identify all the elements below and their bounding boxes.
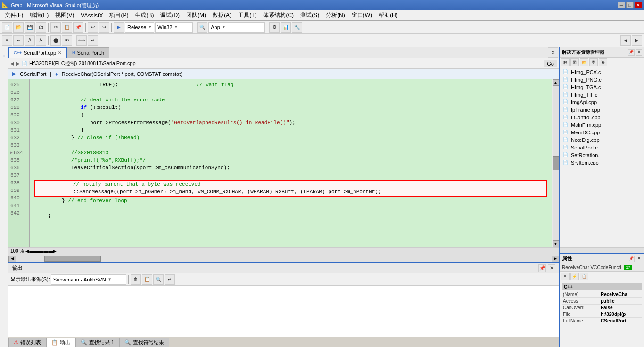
menu-project[interactable]: 项目(P): [107, 10, 131, 20]
scroll-right-button[interactable]: ▶: [552, 256, 559, 262]
find-in-output[interactable]: 🔍: [153, 274, 164, 285]
menu-file[interactable]: 文件(F): [2, 10, 26, 20]
comment-button[interactable]: //: [25, 35, 35, 46]
menu-debug[interactable]: 调试(D): [157, 10, 182, 20]
close-output-button[interactable]: ✕: [548, 264, 555, 272]
close-right-button[interactable]: ✕: [636, 49, 642, 56]
sol-item-1[interactable]: 📄 HImg_PNG.c: [561, 76, 643, 83]
config-dropdown[interactable]: Release ▼: [125, 22, 154, 33]
search-button[interactable]: 🔍: [197, 22, 207, 33]
sol-item-10[interactable]: 📄 SerialPort.c: [561, 144, 643, 151]
scroll-left-button[interactable]: ◀: [8, 256, 16, 262]
sol-item-12[interactable]: 📄 SrvItem.cpp: [561, 159, 643, 166]
undo-button[interactable]: ↩: [88, 22, 98, 33]
props-icon-1[interactable]: ≡: [561, 273, 570, 280]
wrap-button[interactable]: ↵: [88, 35, 98, 46]
title-bar-controls[interactable]: ─ □ ✕: [618, 2, 642, 8]
context-class[interactable]: CSerialPort: [20, 71, 46, 77]
menu-view[interactable]: 视图(V): [52, 10, 77, 20]
sol-item-3[interactable]: 📄 HImg_TIF.c: [561, 91, 643, 99]
toolbar-extra3[interactable]: 🔧: [292, 22, 302, 33]
sol-icon-2[interactable]: 团: [570, 58, 579, 66]
sol-item-4[interactable]: 📄 ImgApi.cpp: [561, 99, 643, 106]
run-button[interactable]: ▶: [114, 22, 124, 33]
format-button[interactable]: ⟺: [76, 35, 87, 46]
menu-data[interactable]: 数据(A): [210, 10, 234, 20]
copy-output-button[interactable]: 📋: [142, 274, 152, 285]
menu-help[interactable]: 帮助(H): [376, 10, 401, 20]
scroll-track[interactable]: [553, 86, 559, 156]
sol-item-11[interactable]: 📄 SetRotation.: [561, 151, 643, 159]
sol-item-9[interactable]: 📄 NoteDlg.cpp: [561, 136, 643, 144]
next-bookmark[interactable]: ▶: [632, 35, 642, 46]
pin-button[interactable]: 📌: [538, 264, 546, 272]
sol-h-scroll[interactable]: [560, 247, 644, 253]
tab-find-symbol[interactable]: 🔍 查找符号结果: [119, 338, 169, 347]
outdent-button[interactable]: ⇤: [13, 35, 24, 46]
tab-errors[interactable]: ⚠ 错误列表: [8, 338, 46, 347]
indent-button[interactable]: ≡: [2, 35, 12, 46]
tab-serialport-h[interactable]: H SerialPort.h: [67, 47, 109, 58]
copy-button[interactable]: 📋: [62, 22, 72, 33]
redo-button[interactable]: ↪: [99, 22, 109, 33]
scroll-down-button[interactable]: ▼: [553, 240, 559, 247]
wrap-output[interactable]: ↵: [165, 274, 175, 285]
scroll-track-2[interactable]: [553, 170, 559, 240]
menu-analyze[interactable]: 分析(N): [323, 10, 348, 20]
sol-icon-3[interactable]: 📂: [580, 58, 588, 66]
props-icon-2[interactable]: ⚡: [570, 273, 579, 280]
v-scrollbar[interactable]: ▲ ▼: [552, 79, 559, 247]
pin-right-button[interactable]: 📌: [628, 49, 635, 56]
paste-button[interactable]: 📌: [73, 22, 83, 33]
h-scroll-thumb[interactable]: [44, 256, 101, 262]
save-button[interactable]: 💾: [25, 22, 35, 33]
tab-find1[interactable]: 🔍 查找结果 1: [75, 338, 119, 347]
context-method[interactable]: ReceiveChar(CSerialPort * port, COMSTAT …: [62, 71, 182, 77]
sol-icon-4[interactable]: 类: [589, 58, 598, 66]
close-button[interactable]: ✕: [635, 2, 642, 8]
tab-serialport-cpp[interactable]: C++ SerialPort.cpp ✕: [8, 47, 67, 58]
menu-edit[interactable]: 编辑(E): [27, 10, 51, 20]
menu-test[interactable]: 测试(S): [297, 10, 322, 20]
sol-item-5[interactable]: 📄 IpFrame.cpp: [561, 106, 643, 114]
path-back-icon[interactable]: ◀: [10, 61, 14, 66]
sol-icon-1[interactable]: 解: [561, 58, 570, 66]
sol-item-7[interactable]: 📄 MainFrm.cpp: [561, 121, 643, 129]
toolbar-extra2[interactable]: 📊: [281, 22, 291, 33]
code-editor[interactable]: 625 626 627 628 629 630 631 632 633 ▶634…: [8, 79, 559, 247]
uncomment-button[interactable]: /•: [36, 35, 46, 46]
tab-output[interactable]: 📋 输出: [46, 338, 75, 347]
props-icon-3[interactable]: 📋: [580, 273, 588, 280]
save-all-button[interactable]: 🗂: [36, 22, 46, 33]
sol-icon-5[interactable]: 资: [599, 58, 607, 66]
close-props-button[interactable]: ✕: [636, 256, 642, 262]
cut-button[interactable]: ✂: [50, 22, 61, 33]
sol-item-6[interactable]: 📄 LControl.cpp: [561, 114, 643, 121]
h-scrollbar[interactable]: ◀ ▶: [8, 255, 559, 262]
menu-vassistx[interactable]: VAssistX: [78, 11, 106, 20]
menu-build[interactable]: 生成(B): [132, 10, 157, 20]
restore-button[interactable]: □: [626, 2, 634, 8]
scroll-thumb[interactable]: [553, 156, 559, 170]
menu-tools[interactable]: 工具(T): [235, 10, 259, 20]
clear-output-button[interactable]: 🗑: [131, 274, 141, 285]
prev-bookmark[interactable]: ◀: [620, 35, 631, 46]
close-panel-button[interactable]: ✕: [548, 47, 558, 58]
breakpoint-button[interactable]: ⬤: [50, 35, 61, 46]
path-forward-icon[interactable]: ▶: [16, 61, 20, 66]
go-button[interactable]: Go: [544, 60, 557, 67]
menu-team[interactable]: 团队(M): [183, 10, 209, 20]
new-button[interactable]: 📄: [2, 22, 12, 33]
sol-item-2[interactable]: 📄 HImg_TGA.c: [561, 83, 643, 91]
source-dropdown[interactable]: Subversion - AnkhSVN ▼: [51, 274, 126, 285]
pin-props-button[interactable]: 📌: [628, 256, 635, 262]
toolbar-extra1[interactable]: ⚙: [269, 22, 280, 33]
minimize-button[interactable]: ─: [618, 2, 625, 8]
scroll-up-button[interactable]: ▲: [553, 79, 559, 86]
sol-item-8[interactable]: 📄 MemDC.cpp: [561, 129, 643, 136]
code-content[interactable]: TRUE); // Wait flag // deal with the err…: [30, 79, 552, 247]
platform-dropdown[interactable]: Win32 ▼: [155, 22, 193, 33]
sol-item-0[interactable]: 📄 HImg_PCX.c: [561, 68, 643, 76]
menu-window[interactable]: 窗口(W): [349, 10, 375, 20]
menu-architecture[interactable]: 体系结构(C): [260, 10, 297, 20]
